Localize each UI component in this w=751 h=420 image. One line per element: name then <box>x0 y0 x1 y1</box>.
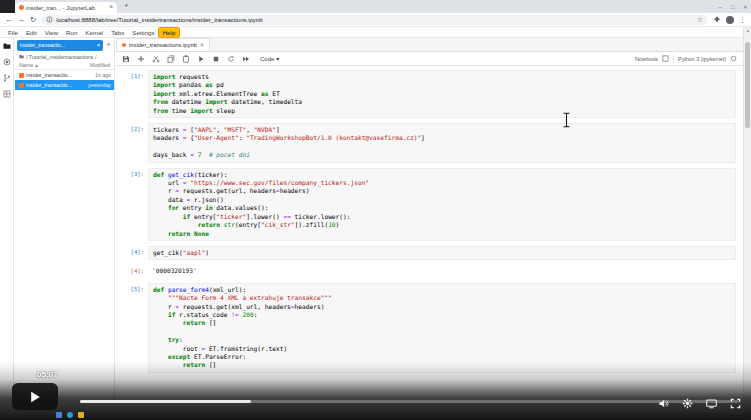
scroll-up-arrow-icon[interactable]: ▲ <box>744 28 751 33</box>
taskbar-app-icon[interactable] <box>56 412 62 418</box>
interrupt-kernel-button[interactable] <box>212 55 220 63</box>
menu-item-edit[interactable]: Edit <box>22 28 41 37</box>
code-cell[interactable]: [4]:get_cik("aapl") <box>118 246 736 260</box>
paste-cell-button[interactable] <box>182 55 190 63</box>
new-tab-button[interactable]: + <box>124 1 129 10</box>
file-list-header[interactable]: Name ▴ Modified <box>15 61 114 70</box>
menu-item-tabs[interactable]: Tabs <box>107 28 128 37</box>
menu-item-file[interactable]: File <box>4 28 22 37</box>
settings-gear-icon[interactable] <box>682 398 693 409</box>
player-progress-bar[interactable] <box>80 400 739 403</box>
restart-run-all-button[interactable] <box>242 55 250 63</box>
scrollbar-thumb[interactable] <box>745 42 750 128</box>
volume-icon[interactable] <box>658 398 669 409</box>
url-text[interactable]: localhost:8888/lab/tree/Tutorial_insider… <box>56 17 693 23</box>
notebook-mode-label: Notebook <box>635 56 658 62</box>
cell-editor[interactable]: def get_cik(ticker): url = "https://www.… <box>148 168 736 241</box>
running-sessions-icon[interactable] <box>3 58 11 66</box>
window-close-button[interactable]: × <box>743 4 747 10</box>
tab-close-icon[interactable]: × <box>109 4 113 11</box>
notebook-tab-label: insider_transactions.ipynb <box>129 42 197 48</box>
taskbar-app-icon[interactable] <box>78 412 84 418</box>
cell-editor[interactable]: get_cik("aapl") <box>148 246 736 260</box>
reload-button[interactable]: ↻ <box>30 16 36 24</box>
notebook-file-icon <box>19 73 24 78</box>
play-button[interactable] <box>12 383 58 410</box>
notebook-tab[interactable]: insider_transactions.ipynb × <box>116 38 210 51</box>
cell-editor[interactable]: tickers = ["AAPL", "MSFT", "NVDA"]header… <box>148 123 736 163</box>
code-cell[interactable]: [3]:def get_cik(ticker): url = "https://… <box>118 168 736 241</box>
kernel-status-icon <box>730 55 737 62</box>
run-cell-button[interactable] <box>197 55 205 63</box>
restart-kernel-button[interactable] <box>227 55 235 63</box>
notebook-tab-close-icon[interactable]: × <box>200 42 204 49</box>
site-info-icon[interactable] <box>46 16 53 23</box>
extension-manager-icon[interactable] <box>3 90 11 98</box>
player-current-time: 05:07 <box>37 370 57 379</box>
forward-button[interactable]: → <box>18 16 26 24</box>
breadcrumb[interactable]: / Tutorial_insidertransactions / <box>15 52 114 61</box>
output-cell[interactable]: [4]:'0000320193' <box>118 265 736 277</box>
menu-item-help[interactable]: Help <box>159 28 180 37</box>
code-cell[interactable]: [1]:import requestsimport pandas as pdim… <box>118 70 736 118</box>
toolbar-divider <box>673 55 674 63</box>
bookmark-star-icon[interactable]: ☆ <box>697 16 703 23</box>
profile-avatar[interactable] <box>726 16 734 24</box>
browser-address-bar: ← → ↻ localhost:8888/lab/tree/Tutorial_i… <box>0 13 751 27</box>
url-omnibox[interactable]: localhost:8888/lab/tree/Tutorial_insider… <box>41 15 708 25</box>
sidebar-tab-close-icon[interactable]: × <box>97 42 101 48</box>
file-browser-icon[interactable] <box>3 42 11 50</box>
menu-item-view[interactable]: View <box>41 28 62 37</box>
video-frame: insider_tran... - JupyterLab × + – □ × ←… <box>0 0 751 420</box>
git-branch-icon[interactable] <box>3 74 11 82</box>
sidebar-new-launcher-button[interactable]: + <box>106 41 111 49</box>
window-corner-block <box>0 0 15 13</box>
copy-cell-button[interactable] <box>167 55 175 63</box>
file-row[interactable]: insider_transactio...yesterday <box>15 80 114 90</box>
cell-editor[interactable]: def parse_form4(xml_url): """Nacte Form … <box>148 283 736 373</box>
cell-prompt: [1]: <box>118 70 148 118</box>
fullscreen-icon[interactable] <box>730 398 741 409</box>
taskbar-icons <box>56 412 84 418</box>
taskbar-app-icon[interactable] <box>67 412 73 418</box>
cell-prompt: [3]: <box>118 168 148 241</box>
notebook-file-icon <box>122 43 126 47</box>
file-modified: 1s ago <box>84 72 111 78</box>
cell-type-dropdown[interactable]: Code ▾ <box>260 55 279 62</box>
menu-item-settings[interactable]: Settings <box>128 28 158 37</box>
player-progress-played <box>80 400 251 403</box>
cell-prompt: [5]: <box>118 283 148 373</box>
cast-screen-icon[interactable] <box>706 398 717 409</box>
notebook-file-icon <box>19 83 24 88</box>
sidebar-tab-label: insider_transactio... <box>20 42 95 48</box>
browser-tab[interactable]: insider_tran... - JupyterLab × <box>15 2 117 13</box>
cell-prompt: [4]: <box>118 265 148 277</box>
cell-prompt: [2]: <box>118 123 148 163</box>
cell-prompt: [4]: <box>118 246 148 260</box>
maximize-button[interactable]: □ <box>731 4 735 10</box>
minimize-button[interactable]: – <box>719 4 722 10</box>
browser-tab-title: insider_tran... - JupyterLab <box>26 5 107 11</box>
checkbox-icon[interactable] <box>662 55 669 62</box>
menu-item-kernel[interactable]: Kernel <box>81 28 107 37</box>
column-modified-label: Modified <box>82 62 110 68</box>
cell-type-value: Code <box>260 56 274 62</box>
jupyter-favicon-icon <box>19 5 24 10</box>
cell-editor[interactable]: import requestsimport pandas as pdimport… <box>148 70 736 118</box>
sidebar-open-file-tab[interactable]: insider_transactio... × <box>17 40 103 51</box>
file-row[interactable]: insider_transactio...1s ago <box>15 70 114 80</box>
document-tab-bar: insider_transactions.ipynb × <box>116 38 743 52</box>
add-cell-button[interactable] <box>137 55 145 63</box>
code-cell[interactable]: [5]:def parse_form4(xml_url): """Nacte F… <box>118 283 736 373</box>
file-name: insider_transactio... <box>26 82 82 88</box>
extensions-puzzle-icon[interactable] <box>713 16 721 24</box>
sort-caret-icon: ▴ <box>35 62 38 68</box>
save-button[interactable] <box>122 55 130 63</box>
menu-item-run[interactable]: Run <box>62 28 81 37</box>
cut-cell-button[interactable] <box>152 55 160 63</box>
code-cell[interactable]: [2]:tickers = ["AAPL", "MSFT", "NVDA"]he… <box>118 123 736 163</box>
browser-menu-icon[interactable]: ⋮ <box>739 16 746 24</box>
cell-output-text: '0000320193' <box>148 265 736 277</box>
back-button[interactable]: ← <box>5 16 13 24</box>
kernel-name-button[interactable]: Python 3 (ipykernel) <box>678 56 726 62</box>
